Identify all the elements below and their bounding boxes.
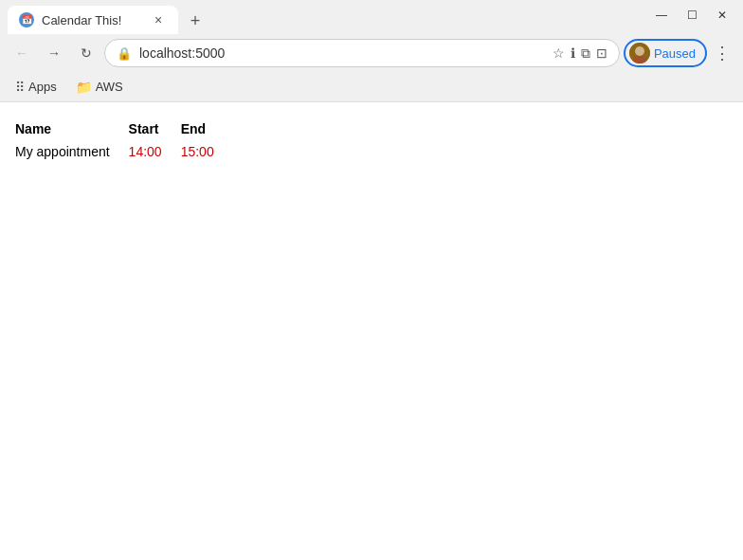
title-bar: 📅 Calendar This! × + — ☐ ✕	[0, 0, 743, 34]
nav-extras: Paused ⋮	[624, 39, 735, 67]
close-button[interactable]: ✕	[709, 5, 735, 26]
appointments-table: Name Start End My appointment 14:00 15:0…	[15, 117, 233, 163]
refresh-button[interactable]: ↻	[72, 39, 100, 67]
active-tab[interactable]: 📅 Calendar This! ×	[8, 6, 178, 34]
apps-grid-icon: ⠿	[15, 80, 25, 95]
address-bar[interactable]: 🔒 localhost:5000 ☆ ℹ ⧉ ⊡	[104, 39, 620, 67]
info-icon[interactable]: ℹ	[571, 45, 575, 61]
window-controls: — ☐ ✕	[648, 5, 735, 29]
appointment-start: 14:00	[129, 140, 181, 163]
tab-close-button[interactable]: ×	[150, 11, 167, 28]
table-header: Name Start End	[15, 117, 233, 140]
folder-icon: 📁	[76, 80, 92, 95]
name-header: Name	[15, 117, 129, 140]
aws-bookmark[interactable]: 📁 AWS	[68, 76, 131, 99]
header-row: Name Start End	[15, 117, 233, 140]
fav-icon[interactable]: ⊡	[596, 45, 607, 61]
lock-icon: 🔒	[117, 46, 132, 61]
appointment-end: 15:00	[181, 140, 233, 163]
end-header: End	[181, 117, 233, 140]
table-body: My appointment 14:00 15:00	[15, 140, 233, 163]
svg-point-1	[635, 46, 644, 56]
forward-button[interactable]: →	[40, 39, 68, 67]
split-icon[interactable]: ⧉	[581, 45, 590, 62]
browser-window: 📅 Calendar This! × + — ☐ ✕ ← → ↻ 🔒 local…	[0, 0, 743, 560]
avatar-image	[629, 43, 650, 63]
bookmarks-bar: ⠿ Apps 📁 AWS	[0, 72, 743, 102]
minimize-button[interactable]: —	[648, 5, 675, 26]
new-tab-button[interactable]: +	[182, 8, 208, 34]
appointment-name: My appointment	[15, 140, 129, 163]
table-row: My appointment 14:00 15:00	[15, 140, 233, 163]
tab-area: 📅 Calendar This! × +	[8, 0, 644, 34]
profile-label: Paused	[654, 46, 696, 61]
browser-menu-button[interactable]: ⋮	[709, 40, 735, 66]
avatar	[629, 43, 650, 63]
address-icons: ☆ ℹ ⧉ ⊡	[553, 45, 607, 62]
address-text: localhost:5000	[139, 45, 545, 61]
tab-favicon: 📅	[19, 12, 34, 27]
apps-bookmark[interactable]: ⠿ Apps	[8, 76, 64, 99]
star-icon[interactable]: ☆	[553, 45, 565, 61]
nav-bar: ← → ↻ 🔒 localhost:5000 ☆ ℹ ⧉ ⊡	[0, 34, 743, 72]
profile-button[interactable]: Paused	[624, 39, 707, 67]
apps-label: Apps	[28, 80, 57, 94]
page-content: Name Start End My appointment 14:00 15:0…	[0, 102, 743, 560]
tab-title: Calendar This!	[42, 13, 142, 27]
back-button[interactable]: ←	[8, 39, 36, 67]
aws-label: AWS	[96, 80, 123, 94]
restore-button[interactable]: ☐	[679, 5, 705, 26]
start-header: Start	[129, 117, 181, 140]
